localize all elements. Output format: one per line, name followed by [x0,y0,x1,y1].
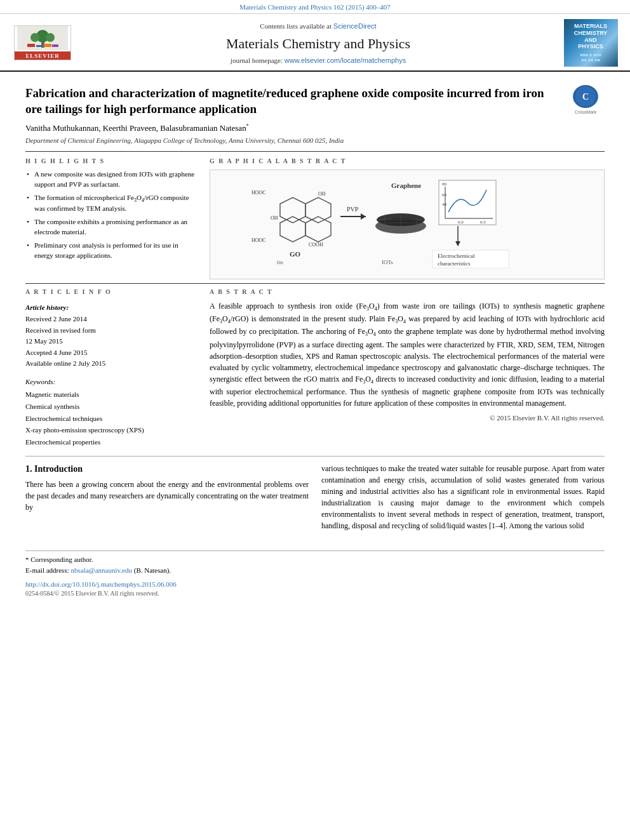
highlight-item-3: The composite exhibits a promising perfo… [25,217,197,237]
title-divider [25,151,605,152]
received-date: Received 2 June 2014 [25,314,197,325]
svg-text:PVP: PVP [347,206,359,213]
svg-text:C: C [582,92,589,102]
keyword-5: Electrochemical properties [25,436,197,448]
svg-text:HOOC: HOOC [251,190,266,196]
svg-text:0.0: 0.0 [458,220,464,225]
graphical-abstract-svg: HOOC HOOC OH OH COOH GO [242,175,572,274]
intro-right-text: various techniques to make the treated w… [321,463,605,531]
revised-label: Received in revised form [25,325,197,337]
graphical-abstract-image-box: HOOC HOOC OH OH COOH GO [210,170,605,279]
graphical-abstract-header: G R A P H I C A L A B S T R A C T [210,157,605,166]
graphical-abstract-column: G R A P H I C A L A B S T R A C T HOOC H… [210,157,605,279]
homepage-url[interactable]: www.elsevier.com/locate/matchemphys [285,57,406,64]
intro-left-text: There has been a growing concern about t… [25,479,309,513]
issn-line: 0254-0584/© 2015 Elsevier B.V. All right… [25,589,605,598]
highlights-column: H I G H L I G H T S A new composite was … [25,157,197,279]
svg-rect-8 [52,44,58,47]
affiliation-text: Department of Chemical Engineering, Alag… [25,136,605,145]
history-label: Article history: [25,303,197,312]
body-left-column: 1. Introduction There has been a growing… [25,463,309,531]
highlights-list: A new composite was designed from IOTs w… [25,170,197,261]
svg-text:characteristics: characteristics [438,260,471,267]
elsevier-label: ELSEVIER [15,51,70,61]
asterisk: * [246,123,249,129]
article-history: Article history: Received 2 June 2014 Re… [25,303,197,370]
elsevier-logo-section: ELSEVIER [8,25,77,60]
section-divider-1 [25,283,605,284]
science-direct-label: Contents lists available at [260,22,333,30]
journal-header: ELSEVIER Contents lists available at Sci… [0,14,630,72]
science-direct-link[interactable]: ScienceDirect [333,22,377,30]
keyword-2: Chemical synthesis [25,401,197,413]
svg-text:60: 60 [442,192,447,197]
keywords-label: Keywords: [25,377,197,387]
highlight-item-4: Preliminary cost analysis is performed f… [25,241,197,261]
svg-text:Graphene: Graphene [391,182,421,189]
body-right-column: various techniques to make the treated w… [321,463,605,531]
svg-text:COOH: COOH [309,242,323,248]
top-citation-bar: Materials Chemistry and Physics 162 (201… [0,0,630,14]
intro-heading: 1. Introduction [25,463,309,476]
keyword-4: X-ray photo-emission spectroscopy (XPS) [25,424,197,436]
highlight-item-1: A new composite was designed from IOTs w… [25,170,197,190]
svg-text:Electrochemical: Electrochemical [438,253,475,259]
svg-point-4 [46,33,55,42]
homepage-line: journal homepage: www.elsevier.com/locat… [84,56,553,65]
article-info-column: A R T I C L E I N F O Article history: R… [25,288,197,448]
email-line: E-mail address: nbsala@annauniv.edu (B. … [25,566,605,575]
abstract-text: A feasible approach to synthesis iron ox… [210,300,605,423]
authors-line: Vanitha Muthukannan, Keerthi Praveen, Ba… [25,123,605,135]
main-content: Fabrication and characterization of magn… [0,72,630,611]
svg-text:40: 40 [442,202,447,207]
crossmark-badge[interactable]: C CrossMark [566,86,605,114]
journal-title: Materials Chemistry and Physics [84,34,553,54]
keywords-section: Keywords: Magnetic materials Chemical sy… [25,377,197,448]
body-text-section: 1. Introduction There has been a growing… [25,463,605,531]
citation-text: Materials Chemistry and Physics 162 (201… [239,3,391,11]
email-person: (B. Natesan). [134,566,171,574]
journal-cover-thumbnail: MATERIALS CHEMISTRY AND PHYSICS ■■■ ■ ■■… [564,19,618,67]
email-label: E-mail address: [25,566,69,574]
abstract-paragraph: A feasible approach to synthesis iron ox… [210,300,605,410]
svg-text:ēm: ēm [277,260,284,265]
svg-point-3 [30,33,39,42]
journal-header-center: Contents lists available at ScienceDirec… [77,20,559,65]
article-title: Fabrication and characterization of magn… [25,86,605,117]
available-date: Available online 2 July 2015 [25,358,197,370]
elsevier-tree-img [17,26,68,50]
highlight-item-2: The formation of microspherical Fe3O4/rG… [25,193,197,215]
svg-text:OH: OH [271,215,278,221]
abstract-column: A B S T R A C T A feasible approach to s… [210,288,605,448]
keyword-3: Electrochemical techniques [25,413,197,425]
crossmark-icon: C [573,85,598,108]
accepted-date: Accepted 4 June 2015 [25,347,197,359]
elsevier-logo: ELSEVIER [14,25,71,60]
doi-link[interactable]: http://dx.doi.org/10.1016/j.matchemphys.… [25,580,177,588]
corresponding-author-line: * Corresponding author. [25,555,605,564]
svg-text:80: 80 [442,182,447,187]
email-link[interactable]: nbsala@annauniv.edu [70,566,131,574]
doi-section: http://dx.doi.org/10.1016/j.matchemphys.… [25,580,605,589]
svg-text:HOOC: HOOC [251,237,266,243]
svg-text:IOTs: IOTs [382,259,393,265]
keyword-1: Magnetic materials [25,389,197,401]
highlights-abstract-section: H I G H L I G H T S A new composite was … [25,157,605,279]
homepage-label: journal homepage: [231,57,283,64]
svg-rect-7 [44,44,51,47]
body-divider [25,456,605,457]
corresponding-label: * Corresponding author. [25,556,93,563]
science-direct-text: Contents lists available at ScienceDirec… [84,20,553,32]
revised-date: 12 May 2015 [25,336,197,347]
highlights-header: H I G H L I G H T S [25,157,197,166]
info-abstract-section: A R T I C L E I N F O Article history: R… [25,288,605,448]
authors-text: Vanitha Muthukannan, Keerthi Praveen, Ba… [25,123,246,133]
journal-cover-image: MATERIALS CHEMISTRY AND PHYSICS ■■■ ■ ■■… [559,19,622,67]
article-title-section: Fabrication and characterization of magn… [25,86,605,117]
svg-text:OH: OH [318,191,326,197]
svg-text:0.5: 0.5 [480,220,486,225]
copyright-text: © 2015 Elsevier B.V. All rights reserved… [210,413,605,423]
article-info-header: A R T I C L E I N F O [25,288,197,297]
keywords-list: Magnetic materials Chemical synthesis El… [25,389,197,448]
svg-rect-5 [27,44,35,47]
